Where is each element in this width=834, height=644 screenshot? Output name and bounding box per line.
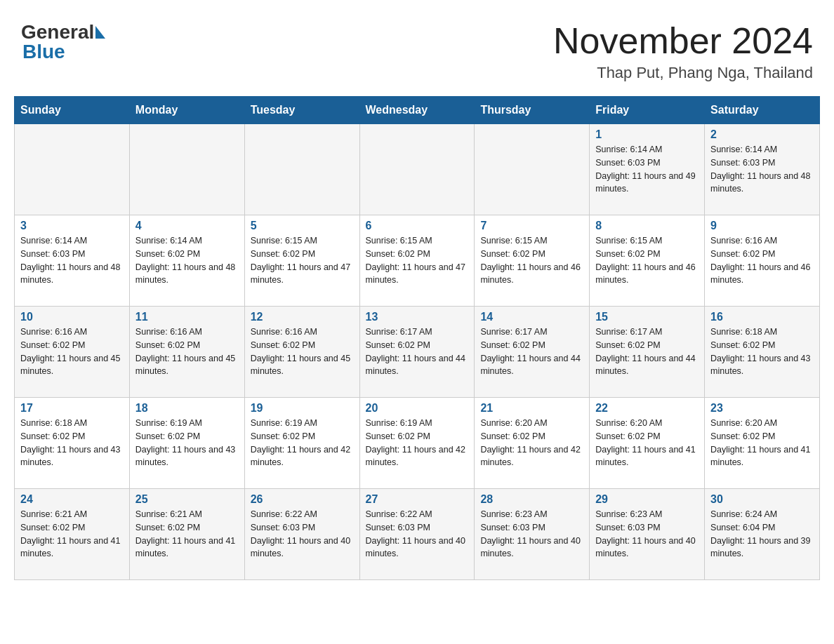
day-number: 18 xyxy=(135,402,239,415)
day-info: Sunrise: 6:16 AM Sunset: 6:02 PM Dayligh… xyxy=(135,326,239,378)
calendar-week-row: 3Sunrise: 6:14 AM Sunset: 6:03 PM Daylig… xyxy=(15,215,820,307)
calendar-header-monday: Monday xyxy=(129,97,244,124)
day-number: 21 xyxy=(480,402,583,415)
day-number: 8 xyxy=(595,220,699,232)
day-info: Sunrise: 6:16 AM Sunset: 6:02 PM Dayligh… xyxy=(20,326,124,378)
calendar-cell: 11Sunrise: 6:16 AM Sunset: 6:02 PM Dayli… xyxy=(129,307,244,398)
day-info: Sunrise: 6:14 AM Sunset: 6:03 PM Dayligh… xyxy=(595,143,699,196)
calendar-cell xyxy=(244,124,359,215)
calendar-cell: 4Sunrise: 6:14 AM Sunset: 6:02 PM Daylig… xyxy=(129,215,244,307)
calendar-cell xyxy=(359,124,475,215)
day-info: Sunrise: 6:17 AM Sunset: 6:02 PM Dayligh… xyxy=(595,326,699,378)
page-header: General Blue November 2024 Thap Put, Pha… xyxy=(14,14,820,82)
calendar-cell: 2Sunrise: 6:14 AM Sunset: 6:03 PM Daylig… xyxy=(705,124,820,215)
day-number: 29 xyxy=(595,493,699,506)
calendar-cell: 14Sunrise: 6:17 AM Sunset: 6:02 PM Dayli… xyxy=(475,307,590,398)
day-number: 20 xyxy=(366,402,469,415)
calendar-cell: 15Sunrise: 6:17 AM Sunset: 6:02 PM Dayli… xyxy=(590,307,705,398)
calendar-cell: 18Sunrise: 6:19 AM Sunset: 6:02 PM Dayli… xyxy=(129,398,244,489)
calendar-cell: 10Sunrise: 6:16 AM Sunset: 6:02 PM Dayli… xyxy=(15,307,130,398)
calendar-cell: 30Sunrise: 6:24 AM Sunset: 6:04 PM Dayli… xyxy=(705,489,820,580)
calendar-cell: 3Sunrise: 6:14 AM Sunset: 6:03 PM Daylig… xyxy=(15,215,130,307)
day-info: Sunrise: 6:15 AM Sunset: 6:02 PM Dayligh… xyxy=(595,234,699,287)
day-info: Sunrise: 6:23 AM Sunset: 6:03 PM Dayligh… xyxy=(595,508,699,561)
day-number: 3 xyxy=(20,220,124,232)
calendar-cell: 12Sunrise: 6:16 AM Sunset: 6:02 PM Dayli… xyxy=(244,307,359,398)
calendar-cell: 9Sunrise: 6:16 AM Sunset: 6:02 PM Daylig… xyxy=(705,215,820,307)
calendar-cell: 16Sunrise: 6:18 AM Sunset: 6:02 PM Dayli… xyxy=(705,307,820,398)
day-number: 2 xyxy=(710,128,814,141)
day-info: Sunrise: 6:18 AM Sunset: 6:02 PM Dayligh… xyxy=(710,326,814,378)
calendar-cell: 1Sunrise: 6:14 AM Sunset: 6:03 PM Daylig… xyxy=(590,124,705,215)
logo: General Blue xyxy=(21,21,107,63)
day-number: 12 xyxy=(251,311,354,323)
day-number: 24 xyxy=(20,493,124,506)
day-info: Sunrise: 6:16 AM Sunset: 6:02 PM Dayligh… xyxy=(251,326,354,378)
day-info: Sunrise: 6:19 AM Sunset: 6:02 PM Dayligh… xyxy=(251,417,354,469)
calendar-cell: 13Sunrise: 6:17 AM Sunset: 6:02 PM Dayli… xyxy=(359,307,475,398)
day-number: 15 xyxy=(595,311,699,323)
calendar-table: SundayMondayTuesdayWednesdayThursdayFrid… xyxy=(14,96,820,580)
calendar-week-row: 1Sunrise: 6:14 AM Sunset: 6:03 PM Daylig… xyxy=(15,124,820,215)
day-number: 28 xyxy=(480,493,583,506)
day-number: 17 xyxy=(20,402,124,415)
day-info: Sunrise: 6:21 AM Sunset: 6:02 PM Dayligh… xyxy=(20,508,124,561)
calendar-cell: 19Sunrise: 6:19 AM Sunset: 6:02 PM Dayli… xyxy=(244,398,359,489)
day-info: Sunrise: 6:14 AM Sunset: 6:03 PM Dayligh… xyxy=(710,143,814,196)
day-number: 11 xyxy=(135,311,239,323)
calendar-week-row: 24Sunrise: 6:21 AM Sunset: 6:02 PM Dayli… xyxy=(15,489,820,580)
day-info: Sunrise: 6:23 AM Sunset: 6:03 PM Dayligh… xyxy=(480,508,583,561)
day-number: 1 xyxy=(595,128,699,141)
day-number: 7 xyxy=(480,220,583,232)
day-info: Sunrise: 6:16 AM Sunset: 6:02 PM Dayligh… xyxy=(710,234,814,287)
day-info: Sunrise: 6:14 AM Sunset: 6:02 PM Dayligh… xyxy=(135,234,239,287)
day-number: 16 xyxy=(710,311,814,323)
day-number: 26 xyxy=(251,493,354,506)
calendar-cell: 22Sunrise: 6:20 AM Sunset: 6:02 PM Dayli… xyxy=(590,398,705,489)
calendar-week-row: 17Sunrise: 6:18 AM Sunset: 6:02 PM Dayli… xyxy=(15,398,820,489)
calendar-header-thursday: Thursday xyxy=(475,97,590,124)
day-info: Sunrise: 6:19 AM Sunset: 6:02 PM Dayligh… xyxy=(366,417,469,469)
day-number: 27 xyxy=(366,493,469,506)
day-number: 23 xyxy=(710,402,814,415)
calendar-cell: 6Sunrise: 6:15 AM Sunset: 6:02 PM Daylig… xyxy=(359,215,475,307)
calendar-cell: 21Sunrise: 6:20 AM Sunset: 6:02 PM Dayli… xyxy=(475,398,590,489)
calendar-header-saturday: Saturday xyxy=(705,97,820,124)
day-info: Sunrise: 6:15 AM Sunset: 6:02 PM Dayligh… xyxy=(480,234,583,287)
calendar-cell: 25Sunrise: 6:21 AM Sunset: 6:02 PM Dayli… xyxy=(129,489,244,580)
day-number: 13 xyxy=(366,311,469,323)
day-number: 4 xyxy=(135,220,239,232)
calendar-cell: 24Sunrise: 6:21 AM Sunset: 6:02 PM Dayli… xyxy=(15,489,130,580)
day-number: 6 xyxy=(366,220,469,232)
day-info: Sunrise: 6:14 AM Sunset: 6:03 PM Dayligh… xyxy=(20,234,124,287)
calendar-header-wednesday: Wednesday xyxy=(359,97,475,124)
calendar-header-sunday: Sunday xyxy=(15,97,130,124)
day-info: Sunrise: 6:19 AM Sunset: 6:02 PM Dayligh… xyxy=(135,417,239,469)
month-title: November 2024 xyxy=(553,21,813,61)
logo-blue-text: Blue xyxy=(22,41,65,62)
calendar-cell: 17Sunrise: 6:18 AM Sunset: 6:02 PM Dayli… xyxy=(15,398,130,489)
day-info: Sunrise: 6:20 AM Sunset: 6:02 PM Dayligh… xyxy=(480,417,583,469)
day-info: Sunrise: 6:22 AM Sunset: 6:03 PM Dayligh… xyxy=(366,508,469,561)
day-number: 10 xyxy=(20,311,124,323)
day-info: Sunrise: 6:24 AM Sunset: 6:04 PM Dayligh… xyxy=(710,508,814,561)
calendar-cell: 5Sunrise: 6:15 AM Sunset: 6:02 PM Daylig… xyxy=(244,215,359,307)
calendar-cell xyxy=(129,124,244,215)
day-number: 14 xyxy=(480,311,583,323)
calendar-cell: 23Sunrise: 6:20 AM Sunset: 6:02 PM Dayli… xyxy=(705,398,820,489)
calendar-cell: 8Sunrise: 6:15 AM Sunset: 6:02 PM Daylig… xyxy=(590,215,705,307)
calendar-header-row: SundayMondayTuesdayWednesdayThursdayFrid… xyxy=(15,97,820,124)
day-number: 22 xyxy=(595,402,699,415)
calendar-cell xyxy=(475,124,590,215)
calendar-header-friday: Friday xyxy=(590,97,705,124)
day-info: Sunrise: 6:15 AM Sunset: 6:02 PM Dayligh… xyxy=(251,234,354,287)
day-info: Sunrise: 6:15 AM Sunset: 6:02 PM Dayligh… xyxy=(366,234,469,287)
day-info: Sunrise: 6:17 AM Sunset: 6:02 PM Dayligh… xyxy=(366,326,469,378)
day-info: Sunrise: 6:17 AM Sunset: 6:02 PM Dayligh… xyxy=(480,326,583,378)
day-info: Sunrise: 6:20 AM Sunset: 6:02 PM Dayligh… xyxy=(710,417,814,469)
day-number: 30 xyxy=(710,493,814,506)
calendar-cell: 26Sunrise: 6:22 AM Sunset: 6:03 PM Dayli… xyxy=(244,489,359,580)
day-info: Sunrise: 6:21 AM Sunset: 6:02 PM Dayligh… xyxy=(135,508,239,561)
calendar-cell xyxy=(15,124,130,215)
title-section: November 2024 Thap Put, Phang Nga, Thail… xyxy=(553,21,813,82)
